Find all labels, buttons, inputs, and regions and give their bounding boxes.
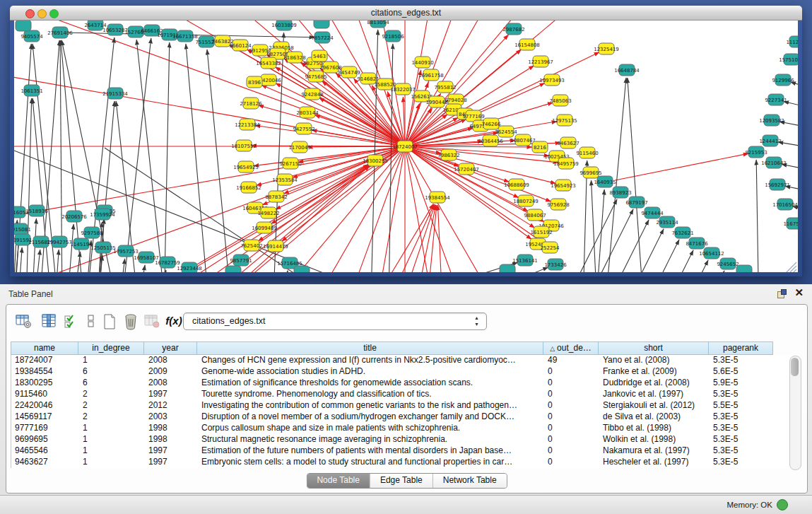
column-header-name[interactable]: name	[11, 341, 78, 355]
graph-node[interactable]: 9297588	[81, 227, 102, 238]
new-table-icon[interactable]	[100, 312, 119, 332]
graph-node[interactable]: 9427552	[293, 123, 314, 134]
table-row[interactable]: 1938455462009Genome-wide association stu…	[11, 366, 792, 378]
table-cell[interactable]: 0	[544, 445, 599, 457]
table-cell[interactable]: 2	[79, 400, 145, 411]
graph-node[interactable]: 9242848	[301, 88, 323, 100]
graph-node[interactable]: 9405574	[20, 30, 43, 42]
graph-node[interactable]: 1061351	[20, 85, 42, 96]
graph-node[interactable]: 8938923	[609, 187, 631, 198]
graph-node[interactable]: 1733426	[544, 259, 567, 270]
merge-rows-icon[interactable]	[81, 312, 101, 332]
table-cell[interactable]: 1998	[145, 423, 198, 434]
graph-node[interactable]: 16210643	[761, 157, 787, 168]
table-cell[interactable]: Franke et al. (2009)	[599, 366, 710, 378]
table-cell[interactable]: Jankovic et al. (1997)	[599, 389, 710, 400]
table-cell[interactable]: Investigating the contribution of common…	[198, 400, 544, 411]
graph-node[interactable]: 1112843	[786, 36, 798, 47]
table-row[interactable]: 1872400712008Changes of HCN gene express…	[11, 355, 792, 366]
select-mode-icon[interactable]	[61, 312, 81, 332]
table-cell[interactable]: 1	[79, 355, 145, 366]
table-cell[interactable]: Structural magnetic resonance image aver…	[198, 434, 544, 445]
column-header-year[interactable]: year	[144, 341, 197, 355]
table-vertical-scrollbar[interactable]	[789, 356, 801, 470]
column-header-out_de[interactable]: △out_de…	[543, 341, 599, 355]
table-cell[interactable]: Genome-wide association studies in ADHD.	[198, 366, 544, 378]
scrollbar-thumb[interactable]	[791, 358, 799, 376]
table-cell[interactable]: Disruption of a novel member of a sodium…	[198, 411, 544, 423]
graph-node[interactable]: 9475685	[305, 71, 326, 82]
graph-node[interactable]: 16961758	[418, 69, 444, 81]
table-row[interactable]: 946362711997Embryonic stem cells: a mode…	[11, 457, 792, 468]
table-cell[interactable]: 0	[544, 400, 599, 411]
graph-node[interactable]	[294, 266, 310, 272]
table-cell[interactable]: 2	[79, 411, 145, 423]
graph-node[interactable]: 15136141	[512, 255, 538, 266]
table-cell[interactable]: 0	[544, 423, 599, 434]
table-cell[interactable]: 18724007	[11, 355, 79, 366]
graph-node[interactable]: 1145194	[70, 238, 93, 250]
graph-node[interactable]: 1167533	[783, 218, 798, 229]
table-cell[interactable]: 1998	[145, 434, 198, 445]
table-cell[interactable]: 2003	[145, 411, 198, 423]
graph-node[interactable]: 1440910	[411, 57, 433, 68]
graph-node[interactable]: 2987682	[502, 23, 524, 35]
table-cell[interactable]: 1	[79, 434, 145, 445]
table-cell[interactable]: 6	[79, 366, 145, 378]
table-row[interactable]: 911546021997Tourette syndrome. Phenomeno…	[11, 389, 792, 400]
graph-node[interactable]	[225, 266, 241, 272]
graph-node[interactable]: 12505135	[90, 242, 116, 253]
graph-node[interactable]: 16914479	[263, 240, 288, 252]
graph-node[interactable]: 8471676	[686, 238, 708, 249]
table-selector-dropdown[interactable]: citations_edges.txt ▲▼	[183, 313, 487, 330]
table-cell[interactable]: 5.3E-5	[710, 411, 774, 423]
table-cell[interactable]: 5.3E-5	[710, 457, 774, 468]
float-panel-icon[interactable]	[777, 289, 787, 298]
graph-node[interactable]: 18107552	[231, 140, 257, 151]
table-cell[interactable]: Wolkin et al. (1998)	[599, 434, 710, 445]
table-cell[interactable]: Nakamura et al. (1997)	[599, 445, 710, 457]
graph-node[interactable]: 27691406	[47, 27, 73, 38]
table-cell[interactable]: 14569117	[11, 411, 79, 423]
graph-node[interactable]: 1518936	[25, 205, 48, 216]
graph-node[interactable]: 5463	[312, 50, 327, 62]
graph-node[interactable]: 17016504	[772, 199, 798, 210]
graph-node[interactable]: 12213967	[528, 56, 553, 67]
tab-network-table[interactable]: Network Table	[433, 474, 507, 488]
graph-node[interactable]	[736, 265, 752, 272]
graph-node[interactable]: 9115460	[576, 147, 598, 158]
column-header-in_degree[interactable]: in_degree	[78, 341, 144, 355]
table-cell[interactable]: 0	[544, 378, 599, 389]
table-cell[interactable]: 0	[544, 411, 599, 423]
graph-node[interactable]: 10688609	[504, 179, 529, 190]
table-cell[interactable]: Estimation of significance thresholds fo…	[198, 378, 544, 389]
table-cell[interactable]: Tourette syndrome. Phenomenology and cla…	[198, 389, 544, 400]
table-cell[interactable]: 9699695	[11, 434, 79, 445]
graph-node[interactable]: 7955812	[434, 81, 456, 93]
graph-node[interactable]: 21915334	[102, 88, 128, 99]
table-cell[interactable]: 0	[544, 389, 599, 400]
graph-node[interactable]: 1244413	[759, 135, 781, 146]
table-cell[interactable]: 0	[544, 434, 599, 445]
table-cell[interactable]: 1997	[145, 445, 198, 457]
network-canvas[interactable]: 9405574276914062643714106532871527602646…	[14, 21, 798, 272]
table-cell[interactable]: 2012	[145, 400, 198, 411]
graph-node[interactable]: 15692971	[765, 179, 790, 190]
table-cell[interactable]: 18300295	[11, 378, 79, 389]
graph-node[interactable]: 8186328	[283, 52, 305, 63]
graph-node[interactable]: 8660124	[229, 40, 252, 51]
graph-node[interactable]: 16033809	[271, 21, 297, 30]
graph-node[interactable]: 1170043	[288, 141, 310, 153]
graph-node[interactable]: 16154808	[514, 39, 540, 50]
table-cell[interactable]: Tibbo et al. (1998)	[599, 423, 710, 434]
table-cell[interactable]: Stergiakouli et al. (2012)	[599, 400, 710, 411]
graph-node[interactable]: 12975135	[552, 115, 577, 126]
graph-node[interactable]: 7485063	[549, 95, 571, 106]
graph-node[interactable]	[500, 264, 515, 272]
graph-node[interactable]: 746266	[482, 118, 501, 129]
graph-node[interactable]: 9129966	[772, 74, 794, 86]
table-cell[interactable]: 2008	[145, 378, 198, 389]
table-cell[interactable]: 5.3E-5	[710, 434, 774, 445]
citation-network-graph[interactable]: 9405574276914062643714106532871527602646…	[14, 21, 798, 272]
table-cell[interactable]: 19384554	[11, 366, 79, 378]
